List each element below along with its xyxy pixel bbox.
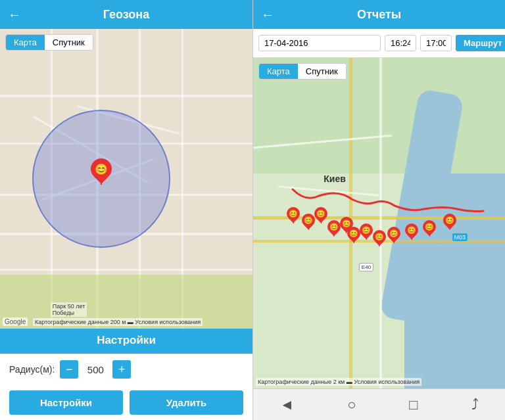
e40-label: E40 (359, 263, 373, 271)
rpin-11: 😊 (423, 220, 436, 237)
nav-share-button[interactable]: ⤴ (465, 394, 485, 416)
right-header: ← Отчеты (253, 0, 505, 29)
left-map[interactable]: 😊 Парк 50 летПобеды Google Картографичес… (0, 29, 252, 329)
time-from-input[interactable] (385, 35, 416, 51)
nav-home-button[interactable]: ○ (341, 394, 362, 416)
time-to-input[interactable] (420, 35, 452, 51)
rpin-6: 😊 (347, 227, 360, 243)
radius-minus-button[interactable]: − (60, 360, 78, 379)
city-label: Киев (324, 174, 346, 184)
nav-square-button[interactable]: □ (402, 394, 424, 416)
radius-label: Радиус(м): (9, 364, 55, 375)
settings-button[interactable]: Настройки (9, 390, 123, 415)
left-header: ← Геозона (0, 0, 252, 29)
left-map-toggle: Карта Спутник (5, 34, 93, 51)
left-panel: ← Геозона 😊 (0, 0, 252, 420)
settings-buttons: Настройки Удалить (0, 385, 252, 420)
radius-plus-button[interactable]: + (112, 360, 131, 379)
radius-value: 500 (84, 364, 107, 375)
bottom-nav: ◄ ○ □ ⤴ (253, 388, 505, 420)
right-panel: ← Отчеты Маршрут Путь (252, 0, 505, 420)
rpin-12: 😊 (443, 214, 456, 230)
m03-label: М03 (452, 233, 468, 241)
right-map-toggle: Карта Спутник (258, 63, 347, 80)
radius-row: Радиус(м): − 500 + (0, 354, 252, 385)
settings-title: Настройки (0, 329, 252, 354)
right-title: Отчеты (357, 8, 401, 22)
right-map-container: Киев 😊 😊 😊 😊 😊 😊 😊 😊 😊 😊 😊 😊 М03 E40 Кар… (253, 58, 505, 388)
rpin-8: 😊 (373, 230, 386, 246)
rpin-7: 😊 (360, 223, 373, 240)
right-map-credit: Картографические данные 2 км ▬ Условия и… (256, 378, 421, 386)
map-credit: Картографические данные 200 м ▬ Условия … (33, 318, 203, 326)
right-map-btn-map[interactable]: Карта (259, 64, 298, 79)
google-logo: Google (3, 317, 28, 326)
left-map-btn-map[interactable]: Карта (6, 35, 45, 50)
nav-back-button[interactable]: ◄ (273, 394, 301, 416)
right-map[interactable]: Киев 😊 😊 😊 😊 😊 😊 😊 😊 😊 😊 😊 😊 М03 E40 Кар… (253, 58, 505, 388)
left-map-container: 😊 Парк 50 летПобеды Google Картографичес… (0, 29, 252, 329)
right-back-icon[interactable]: ← (261, 7, 274, 22)
left-back-icon[interactable]: ← (8, 7, 21, 22)
rpin-4: 😊 (327, 220, 341, 237)
map-pin: 😊 (91, 158, 112, 185)
right-toolbar: Маршрут Путь (253, 29, 505, 58)
rpin-10: 😊 (405, 223, 418, 240)
rpin-3: 😊 (314, 207, 327, 223)
delete-button[interactable]: Удалить (130, 390, 243, 415)
date-input[interactable] (258, 35, 381, 51)
route-button[interactable]: Маршрут (456, 35, 505, 51)
left-title: Геозона (103, 8, 149, 22)
left-map-btn-satellite[interactable]: Спутник (45, 35, 93, 50)
rpin-2: 😊 (302, 214, 315, 230)
right-map-btn-satellite[interactable]: Спутник (298, 64, 346, 79)
rpin-9: 😊 (387, 227, 400, 243)
rpin-1: 😊 (287, 207, 300, 223)
